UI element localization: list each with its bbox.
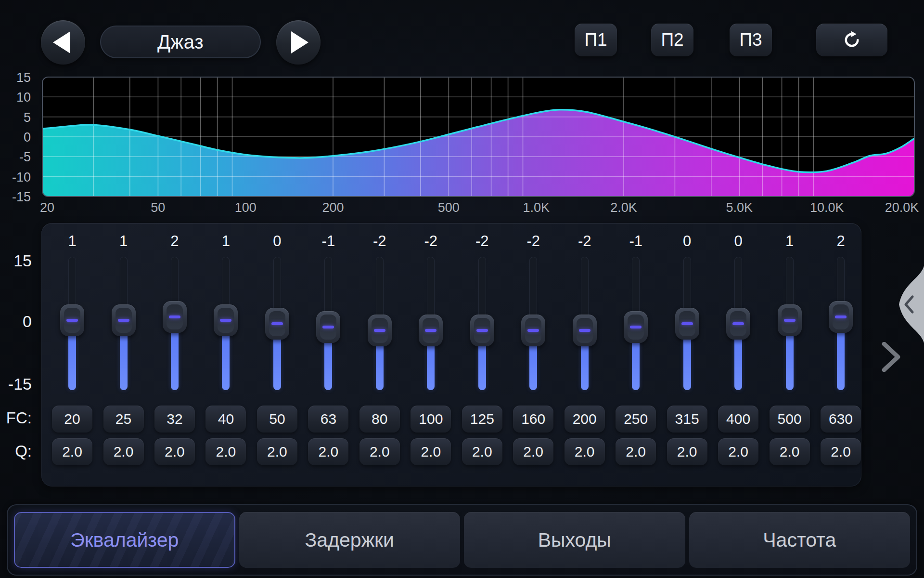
fc-value-button[interactable]: 250	[616, 406, 656, 433]
fc-value-button[interactable]: 63	[308, 406, 348, 433]
band-slider-fill	[273, 335, 281, 390]
band-slider-handle[interactable]	[419, 315, 443, 346]
eq-band: 04002.0	[713, 223, 764, 486]
q-value-button[interactable]: 2.0	[718, 438, 758, 465]
eq-band: -12502.0	[610, 223, 661, 486]
q-value-button[interactable]: 2.0	[154, 438, 195, 465]
fc-value-button[interactable]: 125	[462, 406, 502, 433]
eq-band-panel: 1202.01252.02322.01402.00502.0-1632.0-28…	[41, 223, 861, 486]
chevron-right-icon	[882, 342, 901, 372]
band-slider-fill	[171, 328, 179, 390]
q-value-button[interactable]: 2.0	[308, 438, 348, 465]
tab-outputs[interactable]: Выходы	[464, 512, 685, 568]
fc-value-button[interactable]: 20	[52, 406, 92, 433]
q-value-button[interactable]: 2.0	[52, 438, 92, 465]
side-drawer-handle[interactable]	[892, 266, 924, 345]
fc-value-button[interactable]: 50	[257, 406, 297, 433]
band-slider-handle[interactable]	[316, 311, 340, 343]
q-value-button[interactable]: 2.0	[103, 438, 144, 465]
panel-scroll-right-button[interactable]	[882, 342, 901, 374]
band-gain-value: 1	[47, 233, 98, 250]
fc-value-button[interactable]: 160	[513, 406, 553, 433]
fc-value-button[interactable]: 25	[103, 406, 144, 433]
band-slider-fill	[683, 335, 691, 390]
fc-value-button[interactable]: 500	[770, 406, 810, 433]
band-slider-handle[interactable]	[265, 308, 289, 340]
y-axis-tick-label: 10	[16, 90, 31, 105]
band-slider-handle[interactable]	[163, 301, 187, 333]
x-axis-tick-label: 10.0K	[810, 200, 844, 215]
reset-button[interactable]	[816, 24, 887, 56]
memory-button-p3[interactable]: П3	[730, 24, 772, 56]
slider-scale-bottom: -15	[0, 375, 32, 394]
preset-prev-button[interactable]	[41, 20, 85, 65]
y-axis-tick-label: 15	[16, 72, 31, 85]
tab-frequency[interactable]: Частота	[689, 512, 911, 568]
band-gain-value: 2	[149, 233, 200, 250]
preset-selector[interactable]: Джаз	[100, 26, 261, 58]
band-slider-handle[interactable]	[675, 308, 699, 340]
band-slider-handle[interactable]	[214, 304, 238, 336]
band-slider-fill	[734, 335, 742, 390]
band-slider-handle[interactable]	[368, 315, 392, 346]
left-arrow-icon	[53, 31, 70, 53]
band-slider-fill	[68, 332, 76, 390]
q-value-button[interactable]: 2.0	[462, 438, 502, 465]
q-value-button[interactable]: 2.0	[513, 438, 553, 465]
band-gain-value: -2	[457, 233, 508, 250]
q-value-button[interactable]: 2.0	[770, 438, 810, 465]
fc-value-button[interactable]: 32	[154, 406, 195, 433]
band-slider-handle[interactable]	[521, 315, 545, 346]
band-slider-fill	[222, 332, 230, 390]
fc-value-button[interactable]: 40	[205, 406, 246, 433]
band-gain-value: 1	[200, 233, 251, 250]
band-gain-value: 1	[98, 233, 149, 250]
slider-scale-top: 15	[0, 251, 32, 270]
fc-value-button[interactable]: 630	[821, 406, 861, 433]
band-slider-handle[interactable]	[470, 315, 494, 346]
band-gain-value: -2	[354, 233, 405, 250]
fc-value-button[interactable]: 400	[718, 406, 758, 433]
fc-value-button[interactable]: 80	[359, 406, 400, 433]
y-axis-tick-label: -15	[12, 190, 31, 204]
band-slider-handle[interactable]	[726, 308, 750, 340]
band-slider-handle[interactable]	[778, 304, 802, 336]
tab-delays[interactable]: Задержки	[239, 512, 461, 568]
x-axis-tick-label: 5.0K	[726, 200, 753, 215]
q-value-button[interactable]: 2.0	[359, 438, 400, 465]
q-value-button[interactable]: 2.0	[205, 438, 246, 465]
band-slider-handle[interactable]	[829, 301, 853, 333]
q-value-button[interactable]: 2.0	[821, 438, 861, 465]
q-value-button[interactable]: 2.0	[257, 438, 297, 465]
band-slider-handle[interactable]	[60, 304, 84, 336]
q-row-label: Q:	[0, 442, 32, 460]
slider-scale-mid: 0	[0, 312, 32, 331]
band-slider-handle[interactable]	[112, 304, 136, 336]
band-slider-handle[interactable]	[624, 311, 648, 343]
band-slider-handle[interactable]	[573, 315, 597, 346]
memory-button-p1[interactable]: П1	[575, 24, 617, 56]
x-axis-tick-label: 1.0K	[523, 200, 550, 215]
preset-next-button[interactable]	[276, 20, 321, 65]
refresh-icon	[842, 30, 862, 50]
q-value-button[interactable]: 2.0	[667, 438, 707, 465]
q-value-button[interactable]: 2.0	[411, 438, 451, 465]
band-gain-value: -2	[405, 233, 456, 250]
band-gain-value: -2	[559, 233, 610, 250]
band-gain-value: -2	[508, 233, 559, 250]
fc-value-button[interactable]: 315	[667, 406, 707, 433]
eq-band: 1402.0	[200, 223, 251, 486]
eq-response-chart: 151050-5-10-1520501002005001.0K2.0K5.0K1…	[0, 72, 924, 217]
fc-value-button[interactable]: 200	[565, 406, 605, 433]
eq-band: -21252.0	[457, 223, 508, 486]
y-axis-tick-label: -10	[12, 170, 31, 184]
memory-button-p2[interactable]: П2	[651, 24, 693, 56]
tab-equalizer[interactable]: Эквалайзер	[14, 512, 235, 568]
fc-value-button[interactable]: 100	[411, 406, 451, 433]
x-axis-tick-label: 20	[40, 200, 54, 215]
band-gain-value: 0	[662, 233, 713, 250]
band-slider-fill	[376, 342, 384, 390]
q-value-button[interactable]: 2.0	[616, 438, 656, 465]
q-value-button[interactable]: 2.0	[565, 438, 605, 465]
band-slider-fill	[786, 332, 794, 390]
